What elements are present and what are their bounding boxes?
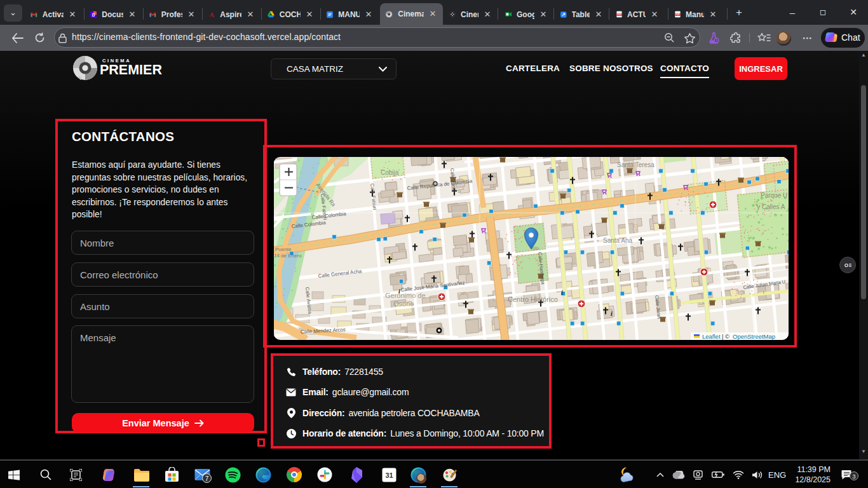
svg-text:PDF: PDF (675, 13, 679, 16)
svg-text:Santa Teresa: Santa Teresa (617, 161, 654, 168)
svg-text:Geronimo de: Geronimo de (385, 292, 426, 299)
svg-text:Centro Histórico: Centro Histórico (508, 295, 558, 303)
svg-text:A: A (209, 11, 214, 18)
svg-text:14 de Enero: 14 de Enero (274, 253, 302, 259)
svg-text:Leaflet: Leaflet (702, 333, 721, 340)
svg-text:Osorio: Osorio (393, 300, 414, 308)
svg-text:i: i (611, 310, 613, 317)
svg-text:D: D (92, 12, 95, 17)
svg-text:Parque U: Parque U (761, 192, 787, 199)
svg-text:y Calles A: y Calles A (757, 203, 785, 210)
svg-text:Cobija: Cobija (381, 169, 399, 176)
svg-text:Puente: Puente (275, 247, 292, 252)
svg-text:31: 31 (385, 471, 393, 479)
svg-text:i: i (561, 289, 563, 296)
svg-text:Santa Ana: Santa Ana (603, 237, 633, 244)
svg-text:PDF: PDF (617, 13, 621, 16)
svg-text:| ©: | © (722, 333, 729, 340)
svg-text:OpenStreetMap: OpenStreetMap (733, 333, 775, 340)
